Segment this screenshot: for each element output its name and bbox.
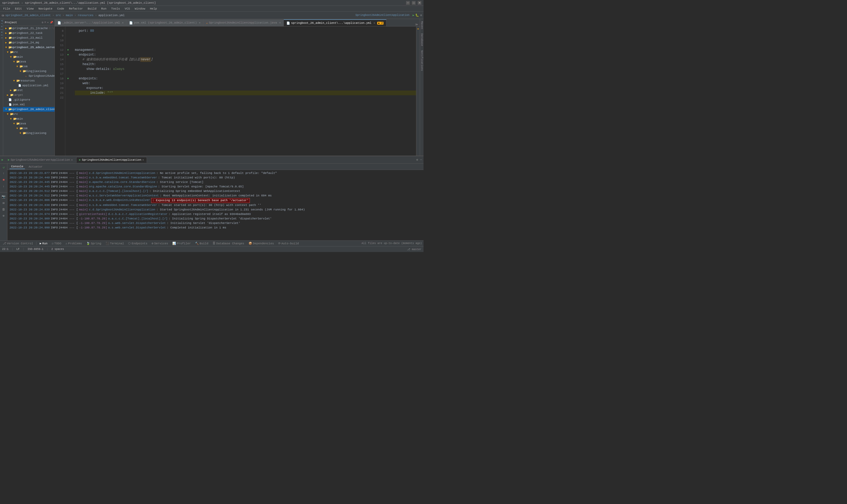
console-output[interactable]: 2022-10-23 20:20:23.877 INFO 24484 --- [… xyxy=(7,170,424,240)
tree-item-ding-25[interactable]: ▼ 📂 dingjiaxiong xyxy=(3,69,55,74)
menu-window[interactable]: Window xyxy=(132,6,147,11)
stop-button[interactable]: ■ xyxy=(1,177,6,183)
minimize-button[interactable]: ─ xyxy=(406,1,410,5)
menu-file[interactable]: File xyxy=(1,6,12,11)
fold-icon[interactable]: ▼ xyxy=(67,49,69,52)
console-tab[interactable]: Console xyxy=(10,164,25,169)
tree-item-com-25[interactable]: ▼ 📂 com xyxy=(3,64,55,69)
debug-button[interactable]: 🐛 xyxy=(415,14,419,17)
tree-item-test-25[interactable]: ▶ 📁 test xyxy=(3,88,55,93)
tree-item-app25[interactable]: ☕ Springboot25AdminServerApplication xyxy=(3,74,55,78)
indent-indicator[interactable]: 2 spaces xyxy=(51,248,64,251)
camera-button[interactable]: 📷 xyxy=(1,194,6,199)
build-toolbar-item[interactable]: 🔨 Build xyxy=(194,242,209,245)
breadcrumb-project[interactable]: springboot_26_admin_client xyxy=(5,14,51,17)
tree-item-mail[interactable]: ▶ 📁 springboot_23_mail xyxy=(3,35,55,40)
sidebar-expand-icon[interactable]: ≡ xyxy=(44,21,46,24)
sidebar-pin-icon[interactable]: 📌 xyxy=(50,21,53,24)
run-config-label[interactable]: Springboot26AdminClientApplication xyxy=(356,14,410,17)
tree-item-appyml-25[interactable]: 📄 application.yml xyxy=(3,83,55,88)
tree-item-resources-25[interactable]: ▼ 📂 resources xyxy=(3,78,55,83)
menu-tools[interactable]: Tools xyxy=(109,6,122,11)
menu-navigate[interactable]: Navigate xyxy=(36,6,55,11)
tree-item-com-26[interactable]: ▼ 📂 com xyxy=(3,126,55,131)
menu-run[interactable]: Run xyxy=(99,6,109,11)
tree-item-main-25[interactable]: ▼ 📂 main xyxy=(3,55,55,59)
tree-item-src-25[interactable]: ▼ 📂 src xyxy=(3,50,55,55)
database-panel-label[interactable]: Database xyxy=(420,31,424,48)
tree-item-j2cache[interactable]: ▶ 📁 springboot_21_j2cache D:\DingJiaxion… xyxy=(3,26,55,31)
run-minimize-icon[interactable]: ─ xyxy=(420,158,422,161)
tab-close-icon[interactable]: ✕ xyxy=(122,21,124,24)
client-tab-close-icon[interactable]: ✕ xyxy=(142,158,144,161)
fold-icon[interactable]: ▼ xyxy=(67,77,69,80)
tree-item-admin-server[interactable]: ▼ 📂 springboot_25_admin_server D:\Ding..… xyxy=(3,45,55,50)
tree-item-task[interactable]: ▶ 📁 springboot_22_task xyxy=(3,31,55,35)
project-panel-label[interactable]: P r o j e c t xyxy=(0,19,3,40)
db-changes-toolbar-item[interactable]: 🗄 Database Changes xyxy=(212,242,245,245)
tree-item-admin-client[interactable]: ▼ 📂 springboot_26_admin_client D:\... xyxy=(3,107,55,112)
tab-app-java[interactable]: ☕ Springboot26AdminClientApplication.jav… xyxy=(203,19,284,26)
sidebar-collapse-icon[interactable]: ▾ xyxy=(47,21,49,24)
run-settings-icon[interactable]: ⚙ xyxy=(416,158,418,161)
clear-button[interactable]: 🗑 xyxy=(1,207,6,212)
run-toolbar-item[interactable]: ▶ Run xyxy=(39,242,49,245)
menu-vcs[interactable]: VCS xyxy=(123,6,132,11)
tab-close-icon[interactable]: ✕ xyxy=(374,21,375,24)
tree-item-gitignore-25[interactable]: 📄 .gitignore xyxy=(3,97,55,102)
profiler-toolbar-item[interactable]: 📊 Profiler xyxy=(171,242,192,245)
restart-button[interactable]: ↺ xyxy=(1,165,6,170)
breadcrumb-src[interactable]: src xyxy=(56,14,61,17)
breadcrumb-main[interactable]: main xyxy=(66,14,73,17)
window-controls[interactable]: ─ □ ✕ xyxy=(406,1,421,5)
actuator-tab[interactable]: Actuator xyxy=(27,165,44,169)
tab-close-icon[interactable]: ✕ xyxy=(279,21,281,24)
tree-item-java-25[interactable]: ▼ 📂 java xyxy=(3,59,55,64)
menu-code[interactable]: Code xyxy=(55,6,66,11)
line-ending-indicator[interactable]: LF xyxy=(16,248,20,251)
code-editor[interactable]: port: 80 management: endpoint: # 健康指标的所有… xyxy=(71,26,416,156)
auto-build-toolbar-item[interactable]: ⟳ Auto-build xyxy=(277,242,300,245)
tree-item-target-25[interactable]: ▶ 📁 target xyxy=(3,93,55,97)
notifications-panel-label[interactable]: Notifications xyxy=(420,48,424,73)
run-icon[interactable]: ▶ xyxy=(2,158,3,161)
services-toolbar-item[interactable]: ⚙ Services xyxy=(150,242,169,245)
tree-item-mq[interactable]: ▶ 📁 springboot_24_mq xyxy=(3,40,55,45)
vcs-toolbar-item[interactable]: ⎇ Version Control xyxy=(2,242,34,245)
menu-view[interactable]: View xyxy=(24,6,36,11)
breadcrumb-resources[interactable]: resources xyxy=(78,14,93,17)
menu-help[interactable]: Help xyxy=(148,6,159,11)
scroll-down-button[interactable]: ↓ xyxy=(1,184,6,189)
todo-toolbar-item[interactable]: ☑ TODO xyxy=(51,242,62,245)
settings-icon[interactable]: ⚙ xyxy=(420,14,422,17)
charset-indicator[interactable]: ISO-8859-1 xyxy=(28,248,43,251)
tab-close-icon[interactable]: ✕ xyxy=(199,21,201,24)
terminal-toolbar-item[interactable]: ⬛ Terminal xyxy=(105,242,125,245)
menu-build[interactable]: Build xyxy=(86,6,98,11)
maximize-button[interactable]: □ xyxy=(412,1,416,5)
position-indicator[interactable]: 22:1 xyxy=(2,248,8,251)
spring-toolbar-item[interactable]: 🍃 Spring xyxy=(85,242,103,245)
sidebar-settings-icon[interactable]: ⚙ xyxy=(42,21,43,24)
endpoints-toolbar-item[interactable]: ⬡ Endpoints xyxy=(127,242,148,245)
menu-refactor[interactable]: Refactor xyxy=(67,6,85,11)
fold-icon[interactable]: ▼ xyxy=(67,53,69,56)
tree-item-java-26[interactable]: ▼ 📂 java xyxy=(3,121,55,126)
run-tab-server[interactable]: ▶ Springboot25AdminServerApplication ✕ xyxy=(5,157,76,163)
filter-button[interactable]: ⊞ xyxy=(1,200,6,206)
run-tab-client[interactable]: ▶ Springboot26AdminClientApplication ✕ xyxy=(76,157,147,163)
fold-button[interactable]: ⊕ xyxy=(1,213,6,218)
run-button[interactable]: ▶ xyxy=(413,14,415,17)
server-tab-close-icon[interactable]: ✕ xyxy=(71,158,73,161)
breadcrumb-file[interactable]: application.yml xyxy=(98,14,125,17)
maven-panel-label[interactable]: Maven xyxy=(420,19,424,31)
tab-client-yml[interactable]: 📄 springboot_26_admin_client\...\applica… xyxy=(284,19,387,26)
tabs-overflow-icon[interactable]: ≫ xyxy=(413,23,420,26)
tab-pom-xml[interactable]: 📄 pom.xml (springboot_26_admin_client) ✕ xyxy=(127,19,203,26)
tree-item-pom-25[interactable]: 📄 pom.xml xyxy=(3,102,55,107)
tree-item-ding-26[interactable]: ▼ 📂 dingjiaxiong xyxy=(3,131,55,136)
tree-item-src-26[interactable]: ▼ 📂 src xyxy=(3,112,55,116)
close-button[interactable]: ✕ xyxy=(418,1,421,5)
git-branch[interactable]: ⎇ master xyxy=(407,248,421,251)
tree-item-main-26[interactable]: ▼ 📂 main xyxy=(3,116,55,121)
